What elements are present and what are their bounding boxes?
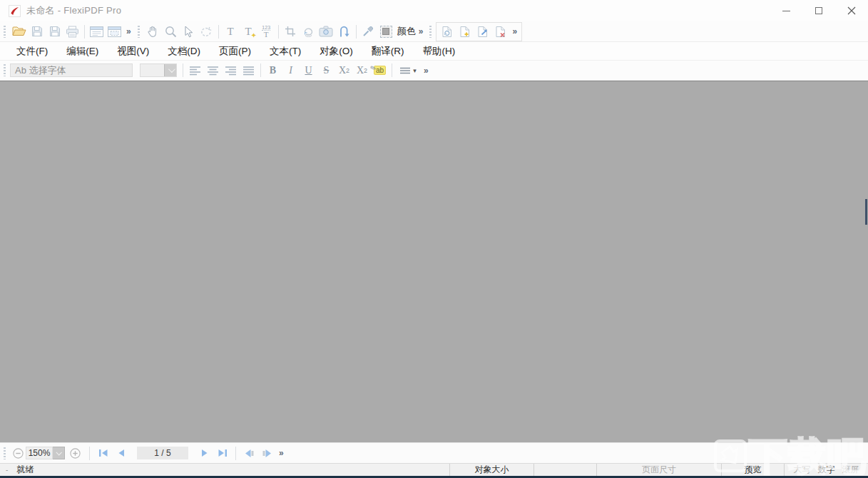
undo-button[interactable] — [198, 23, 215, 40]
subscript-button[interactable]: X2 — [353, 62, 371, 79]
zoom-level-combo[interactable]: 150% — [26, 447, 65, 459]
align-justify-button[interactable] — [240, 62, 257, 79]
scroll-lock-indicator: 滚屏 — [842, 464, 859, 476]
page-view-button[interactable] — [88, 23, 106, 40]
format-toolbar: Ab 选择字体 B I U S X2 X2 ✎ab ▾ — [0, 61, 868, 81]
save-icon — [31, 26, 43, 37]
menu-bar: 文件(F) 编辑(E) 视图(V) 文档(D) 页面(P) 文本(T) 对象(O… — [0, 42, 868, 61]
toolbar-grip[interactable] — [4, 447, 6, 459]
line-style-button[interactable]: ▾ — [395, 62, 421, 79]
previous-page-icon — [118, 449, 125, 457]
add-text-button[interactable]: T✦ — [240, 23, 257, 40]
eyedropper-button[interactable] — [359, 23, 377, 40]
save-as-icon — [49, 26, 61, 37]
align-left-button[interactable] — [186, 62, 204, 79]
status-empty-cell — [533, 464, 596, 476]
highlight-icon: ✎ab — [374, 66, 386, 75]
toolbar-separator — [235, 447, 236, 460]
toolbar-grip[interactable] — [429, 26, 432, 38]
next-page-button[interactable] — [195, 444, 213, 462]
menu-view[interactable]: 视图(V) — [108, 43, 158, 60]
snapshot-button[interactable] — [317, 23, 335, 40]
align-right-button[interactable] — [222, 62, 240, 79]
previous-view-button[interactable] — [240, 444, 258, 462]
last-page-button[interactable] — [213, 444, 231, 462]
superscript-button[interactable]: X2 — [335, 62, 353, 79]
title-bar: 未命名 - FlexiPDF Pro — [0, 0, 868, 21]
zoom-level-value: 150% — [26, 447, 53, 459]
document-canvas[interactable] — [0, 81, 868, 442]
font-size-combo[interactable] — [140, 63, 177, 77]
page-indicator[interactable]: 1 / 5 — [137, 447, 188, 459]
close-button[interactable] — [835, 0, 868, 21]
strikethrough-button[interactable]: S — [317, 62, 335, 79]
minimize-button[interactable] — [770, 0, 802, 21]
select-tool-button[interactable] — [180, 23, 198, 40]
page-view-icon — [89, 26, 104, 38]
paragraph-numbering-button[interactable]: 123T — [257, 23, 275, 40]
app-window: 未命名 - FlexiPDF Pro » — [0, 0, 868, 478]
color-swatch-button[interactable] — [377, 23, 395, 40]
export-page-button[interactable] — [474, 23, 491, 40]
menu-help[interactable]: 帮助(H) — [414, 43, 465, 60]
save-as-button[interactable] — [46, 23, 63, 40]
toolbar-overflow-button[interactable]: » — [416, 26, 427, 36]
thumbnail-view-button[interactable] — [106, 23, 123, 40]
zoom-in-button[interactable] — [65, 444, 85, 462]
bold-button[interactable]: B — [264, 62, 282, 79]
toolbar-overflow-button[interactable]: » — [123, 26, 134, 36]
num-lock-indicator: 数字 — [818, 464, 835, 476]
status-grip: - — [6, 466, 8, 474]
color-swatch-icon — [380, 26, 392, 38]
numbering-icon: 123T — [262, 25, 270, 39]
menu-translate[interactable]: 翻译(R) — [362, 43, 414, 60]
hand-tool-button[interactable] — [144, 23, 162, 40]
zoom-out-button[interactable] — [10, 444, 26, 462]
maximize-button[interactable] — [802, 0, 835, 21]
toolbar-grip[interactable] — [4, 26, 6, 38]
menu-text[interactable]: 文本(T) — [260, 43, 310, 60]
toolbar-overflow-button[interactable]: » — [421, 66, 432, 76]
toolbar-overflow-button[interactable]: » — [276, 448, 287, 458]
crop-icon — [285, 26, 296, 37]
open-button[interactable] — [10, 23, 28, 40]
zoom-tool-button[interactable] — [162, 23, 180, 40]
page-tools-group: » — [436, 22, 522, 41]
u-turn-arrow-icon — [339, 25, 349, 38]
vertical-scrollbar-thumb[interactable] — [865, 199, 867, 225]
status-object-size: 对象大小 — [449, 464, 533, 476]
italic-button[interactable]: I — [282, 62, 300, 79]
rotate-page-icon — [441, 26, 453, 38]
edit-text-button[interactable]: T — [222, 23, 240, 40]
save-button[interactable] — [28, 23, 46, 40]
font-size-dropdown-button[interactable] — [164, 64, 176, 76]
maximize-icon — [815, 7, 822, 14]
first-page-button[interactable] — [94, 444, 112, 462]
toolbar-separator — [183, 63, 183, 77]
align-center-button[interactable] — [204, 62, 222, 79]
next-view-button[interactable] — [258, 444, 276, 462]
menu-object[interactable]: 对象(O) — [310, 43, 362, 60]
font-select-combo[interactable]: Ab 选择字体 — [10, 63, 133, 77]
highlight-button[interactable]: ✎ab — [371, 62, 389, 79]
previous-page-button[interactable] — [112, 444, 130, 462]
menu-document[interactable]: 文档(D) — [158, 43, 210, 60]
zoom-dropdown-button[interactable] — [53, 447, 65, 459]
underline-button[interactable]: U — [300, 62, 317, 79]
replace-image-button[interactable] — [300, 23, 317, 40]
toolbar-overflow-button[interactable]: » — [509, 26, 520, 36]
toolbar-grip[interactable] — [4, 64, 6, 76]
rotate-page-button[interactable] — [438, 23, 456, 40]
toolbar-grip[interactable] — [138, 26, 140, 38]
delete-page-button[interactable] — [491, 23, 509, 40]
reflow-text-button[interactable] — [335, 23, 353, 40]
menu-page[interactable]: 页面(P) — [210, 43, 260, 60]
toolbar-separator — [260, 63, 261, 77]
menu-file[interactable]: 文件(F) — [7, 43, 57, 60]
toolbar-separator — [84, 25, 85, 39]
hand-icon — [147, 25, 159, 38]
add-page-button[interactable] — [456, 23, 474, 40]
print-button[interactable] — [63, 23, 81, 40]
crop-button[interactable] — [282, 23, 300, 40]
menu-edit[interactable]: 编辑(E) — [57, 43, 108, 60]
